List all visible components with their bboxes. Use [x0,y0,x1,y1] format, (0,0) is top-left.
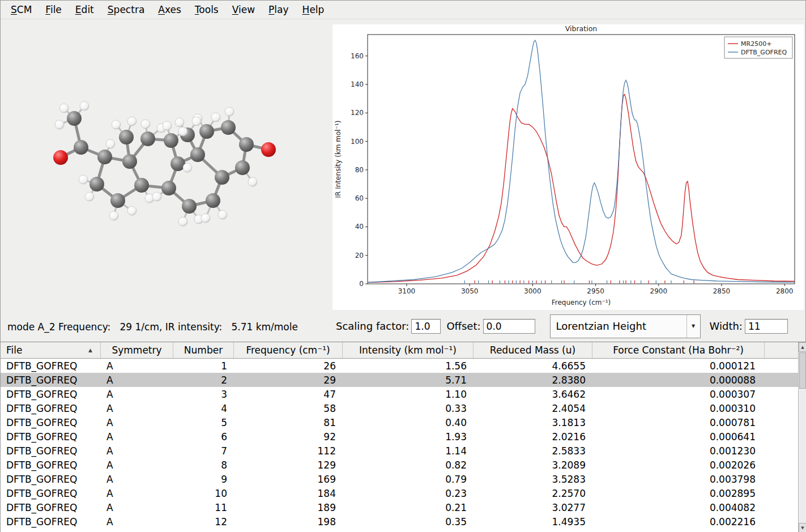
table-row[interactable]: DFTB_GOFREQA5810.403.18130.000781 [1,415,806,429]
cell-reduced-mass: 2.4054 [474,401,592,415]
cell-symmetry: A [101,458,173,472]
cell-reduced-mass: 3.2089 [474,458,592,472]
column-header-label: Intensity (km mol⁻¹) [359,344,457,356]
cell-symmetry: A [101,401,173,415]
lineshape-dropdown[interactable]: Lorentzian Height ▼ [550,314,701,338]
cell-file: DFTB_GOFREQ [1,373,101,387]
cell-file: DFTB_GOFREQ [1,429,101,444]
arrow-down-icon: ▼ [801,526,804,530]
table-row[interactable]: DFTB_GOFREQA121980.351.49350.002216 [1,514,806,529]
table-row[interactable]: DFTB_GOFREQA101840.232.25700.002895 [1,486,806,500]
table-row[interactable]: DFTB_GOFREQA4580.332.40540.000310 [1,401,806,415]
cell-intensity: 1.14 [343,444,474,458]
svg-text:2800: 2800 [776,287,794,295]
svg-text:3000: 3000 [524,287,541,295]
svg-text:2850: 2850 [713,287,731,295]
offset-input[interactable] [483,319,535,334]
menu-item-file[interactable]: File [39,2,68,18]
cell-frequency: 81 [234,415,343,429]
cell-reduced-mass: 2.5833 [474,444,592,458]
svg-text:160: 160 [351,52,364,60]
cell-symmetry: A [101,514,173,529]
svg-text:3100: 3100 [398,287,416,295]
table-row[interactable]: DFTB_GOFREQA1261.564.66550.000121 [1,359,806,373]
svg-text:140: 140 [351,80,364,88]
cell-file: DFTB_GOFREQ [1,444,101,458]
molecule-3d-view[interactable] [1,19,332,320]
menu-item-scm[interactable]: SCM [4,2,39,18]
chevron-down-icon: ▼ [692,324,695,329]
cell-number: 12 [173,514,234,529]
cell-number: 8 [173,458,234,472]
column-header-force-constant[interactable]: Force Constant (Ha Bohr⁻²) [592,342,765,358]
spectra-window: SCMFileEditSpectraAxesToolsViewPlayHelp … [0,0,806,532]
cell-symmetry: A [101,415,173,429]
menu-item-spectra[interactable]: Spectra [101,2,152,18]
cell-frequency: 26 [234,359,343,373]
menu-item-tools[interactable]: Tools [188,2,225,18]
scroll-down-button[interactable]: ▼ [799,523,806,532]
cell-force-constant: 0.000310 [592,401,765,415]
cell-number: 3 [173,387,234,401]
width-input[interactable] [745,319,788,334]
column-header-reduced-mass[interactable]: Reduced Mass (u) [474,342,592,358]
cell-number: 6 [173,429,234,444]
cell-symmetry: A [101,472,173,486]
table-row[interactable]: DFTB_GOFREQA91690.793.52830.003798 [1,472,806,486]
spectrum-plot[interactable]: 3100305030002950290028502800020406080100… [332,24,804,310]
cell-force-constant: 0.000121 [592,359,765,373]
cell-frequency: 129 [234,458,343,472]
svg-text:3050: 3050 [461,287,479,295]
menu-item-axes[interactable]: Axes [151,2,188,18]
svg-text:80: 80 [355,166,364,174]
scrollbar-thumb[interactable] [799,352,806,389]
cell-reduced-mass: 3.0277 [474,500,592,514]
svg-text:20: 20 [355,252,364,259]
menu-item-view[interactable]: View [225,2,262,18]
cell-symmetry: A [101,359,173,373]
table-row[interactable]: DFTB_GOFREQA111890.213.02770.004082 [1,500,806,514]
cell-frequency: 198 [234,514,343,529]
scroll-up-button[interactable]: ▲ [799,342,806,352]
cell-file: DFTB_GOFREQ [1,500,101,514]
mode-status-text: mode A_2 Frequency: 29 1/cm, IR intensit… [7,321,298,333]
svg-text:IR Intensity (km mol⁻¹): IR Intensity (km mol⁻¹) [334,120,342,198]
cell-symmetry: A [101,387,173,401]
column-header-label: Force Constant (Ha Bohr⁻²) [613,344,744,356]
cell-number: 10 [173,486,234,500]
menu-item-edit[interactable]: Edit [69,2,101,18]
cell-number: 5 [173,415,234,429]
table-row[interactable]: DFTB_GOFREQA6921.932.02160.000641 [1,429,806,444]
table-row[interactable]: DFTB_GOFREQA2295.712.83800.000088 [1,373,806,387]
svg-text:100: 100 [351,138,364,146]
cell-intensity: 1.93 [343,429,474,444]
column-header-number[interactable]: Number [173,342,234,358]
cell-frequency: 169 [234,472,343,486]
cell-reduced-mass: 3.5283 [474,472,592,486]
svg-text:MR2500+: MR2500+ [741,40,771,48]
cell-number: 2 [173,373,234,387]
cell-number: 11 [173,500,234,514]
modes-table: File▲SymmetryNumberFrequency (cm⁻¹)Inten… [1,342,806,532]
column-header-frequency[interactable]: Frequency (cm⁻¹) [234,342,343,358]
sort-ascending-icon: ▲ [88,347,92,353]
cell-symmetry: A [101,429,173,444]
cell-intensity: 0.79 [343,472,474,486]
scaling-factor-input[interactable] [411,319,441,334]
dropdown-arrow-button[interactable]: ▼ [686,315,700,338]
table-scrollbar[interactable]: ▲ ▼ [798,342,806,532]
cell-force-constant: 0.001230 [592,444,765,458]
menu-item-play[interactable]: Play [262,2,295,18]
table-row[interactable]: DFTB_GOFREQA3471.103.64620.000307 [1,387,806,401]
table-row[interactable]: DFTB_GOFREQA81290.823.20890.002026 [1,458,806,472]
cell-symmetry: A [101,486,173,500]
cell-intensity: 0.35 [343,514,474,529]
column-header-file[interactable]: File▲ [1,342,101,358]
menu-item-help[interactable]: Help [296,2,331,18]
column-header-symmetry[interactable]: Symmetry [101,342,173,358]
cell-force-constant: 0.004082 [592,500,765,514]
cell-file: DFTB_GOFREQ [1,458,101,472]
table-row[interactable]: DFTB_GOFREQA71121.142.58330.001230 [1,444,806,458]
column-header-intensity[interactable]: Intensity (km mol⁻¹) [343,342,474,358]
cell-force-constant: 0.002216 [592,514,765,529]
